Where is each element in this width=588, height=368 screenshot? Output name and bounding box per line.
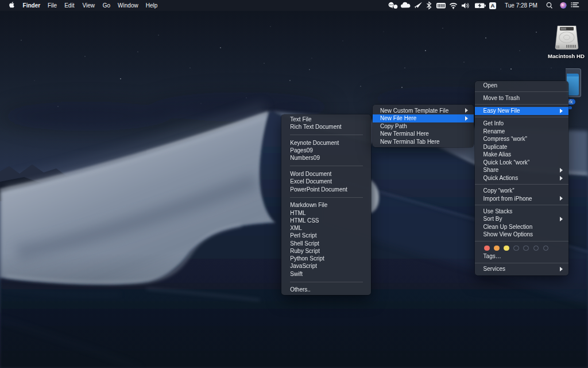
svg-text:Tue 7:28 PM: Tue 7:28 PM [505,2,537,9]
svg-text:A: A [491,2,495,9]
